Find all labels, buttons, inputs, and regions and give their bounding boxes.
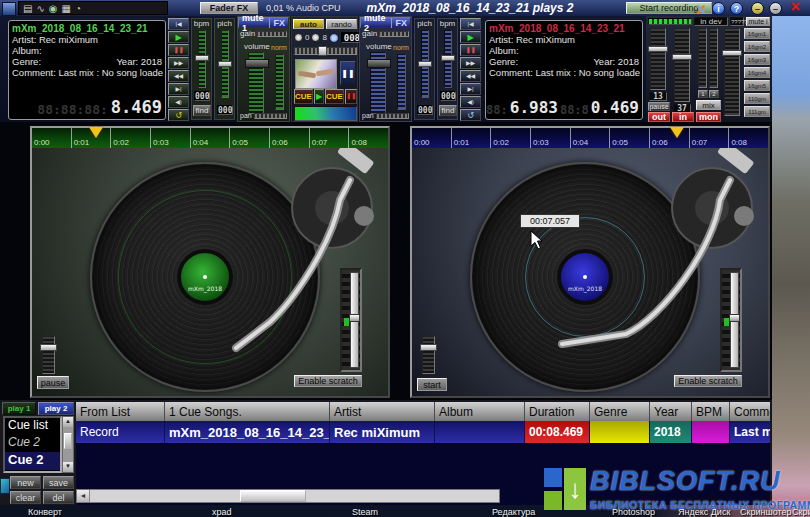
cue-list-item[interactable]: Cue list — [5, 418, 60, 435]
cue-left-button[interactable]: CUE — [294, 89, 313, 104]
play-button[interactable]: ▶ — [168, 31, 189, 43]
auto-fade-button[interactable]: auto — [293, 19, 324, 29]
start-stop-slider[interactable] — [42, 336, 55, 374]
pan-slider[interactable] — [254, 113, 287, 119]
new-cue-button[interactable]: new — [10, 476, 41, 489]
fast-forward-button[interactable]: ▶▶ — [168, 57, 189, 69]
master-in-button[interactable]: in — [672, 112, 694, 122]
keyboard-icon[interactable]: ▦ — [62, 3, 71, 14]
desktop-icon-label[interactable]: xpad — [212, 507, 232, 517]
delete-cue-button[interactable]: del — [43, 491, 74, 504]
gain-slider[interactable] — [257, 31, 287, 37]
monitor-button[interactable]: mon — [696, 112, 721, 122]
assign-button[interactable]: 16gm3 — [744, 54, 770, 65]
channel-1-select-button[interactable]: 1 — [698, 90, 708, 98]
save-cue-button[interactable]: save — [43, 476, 74, 489]
bpm-thumb[interactable] — [441, 55, 455, 61]
hscrollbar-thumb[interactable] — [240, 490, 306, 502]
column-header-comment[interactable]: Comment — [730, 402, 770, 421]
cue-list-item-selected[interactable]: Cue 2 — [5, 452, 60, 470]
cue-right-button[interactable]: CUE — [325, 89, 344, 104]
gain-slider[interactable] — [379, 31, 409, 37]
master-fader-a[interactable] — [650, 28, 666, 90]
assign-button[interactable]: 16gm1 — [744, 28, 770, 39]
radio-0[interactable] — [294, 33, 303, 42]
skip-start-button[interactable]: |◀ — [168, 18, 189, 30]
crossfader-thumb[interactable] — [318, 46, 327, 56]
scroll-down-icon[interactable]: ▼ — [63, 462, 73, 472]
deck-pitch-slider[interactable] — [340, 268, 362, 372]
master-fader-b-thumb[interactable] — [672, 54, 692, 60]
cue-play-button[interactable]: ▶ — [314, 89, 324, 104]
timeline-right[interactable]: 0:00 0:01 0:02 0:03 0:04 0:05 0:06 0:07 … — [412, 128, 768, 148]
start-stop-thumb[interactable] — [420, 344, 437, 351]
position-marker-icon[interactable] — [89, 127, 103, 145]
cue-listbox[interactable]: Cue list Cue 2 Cue 2 — [3, 416, 62, 473]
scrollbar-thumb[interactable] — [64, 433, 72, 449]
channel-2-select-button[interactable]: 2 — [709, 90, 719, 98]
column-header-bpm[interactable]: BPM — [692, 402, 730, 421]
cassette-icon[interactable]: ▤ — [23, 3, 32, 14]
scroll-left-icon[interactable]: ◄ — [77, 490, 90, 502]
tonearm[interactable] — [32, 148, 388, 396]
master-pause-button[interactable]: pause — [648, 102, 670, 111]
pause-button[interactable]: ❚❚ — [460, 44, 481, 56]
cue-list-scrollbar[interactable]: ▲ ▼ — [62, 416, 74, 473]
sub-fader-track[interactable] — [397, 54, 406, 110]
cue-list-item[interactable]: Cue 2 — [5, 435, 60, 452]
rewind-button[interactable]: ◀◀ — [168, 70, 189, 82]
tonearm[interactable] — [412, 148, 768, 396]
master-fader-b[interactable] — [674, 28, 690, 102]
clear-cue-button[interactable]: clear — [10, 491, 41, 504]
cd-icon[interactable]: ◉ — [49, 3, 58, 14]
master-out-button[interactable]: out — [648, 112, 670, 122]
master-fader-c1[interactable] — [698, 28, 707, 88]
minimize-button[interactable]: – — [751, 2, 764, 15]
enable-scratch-button[interactable]: Enable scratch — [674, 375, 742, 387]
skip-end-button[interactable]: ▶| — [168, 83, 189, 95]
enable-scratch-button[interactable]: Enable scratch — [294, 375, 362, 387]
scroll-up-icon[interactable]: ▲ — [63, 417, 73, 427]
position-marker-icon[interactable] — [670, 127, 684, 145]
assign-button[interactable]: 16gm2 — [744, 41, 770, 52]
master-fader-a-thumb[interactable] — [648, 46, 668, 52]
assign-button[interactable]: 111gm — [744, 106, 770, 117]
pause-deck-button[interactable]: pause — [37, 376, 69, 389]
sub-fader-track[interactable] — [275, 54, 284, 110]
master-fader-d[interactable] — [724, 28, 740, 116]
find-button[interactable]: find — [439, 105, 457, 116]
desktop-icon-label[interactable]: Steam — [352, 507, 378, 517]
rewind-button[interactable]: ◀◀ — [460, 70, 481, 82]
playlist-hscrollbar[interactable]: ◄ — [76, 489, 500, 503]
start-stop-thumb[interactable] — [40, 344, 57, 351]
pan-slider[interactable] — [376, 113, 409, 119]
pause-button[interactable]: ❚❚ — [168, 44, 189, 56]
drag-handle-icon[interactable] — [0, 478, 10, 494]
bpm-thumb[interactable] — [195, 55, 209, 61]
volume-fader-thumb[interactable] — [367, 59, 391, 68]
column-header-year[interactable]: Year — [650, 402, 692, 421]
column-header-songs[interactable]: 1 Cue Songs. — [165, 402, 330, 421]
mix-button[interactable]: mix — [696, 100, 721, 110]
skip-start-button[interactable]: |◀ — [460, 18, 481, 30]
turntable-right-surface[interactable]: mXm_2018 00:07.057 — [412, 148, 768, 396]
clock-icon[interactable]: ◔ — [75, 3, 81, 14]
master-fader-d-thumb[interactable] — [722, 50, 742, 56]
radio-8[interactable] — [311, 33, 320, 42]
desktop-icon-label[interactable]: Конверт — [28, 507, 62, 517]
monitor-button[interactable]: ◀) — [168, 96, 189, 108]
timeline-left[interactable]: 0:00 0:01 0:02 0:03 0:04 0:05 0:06 0:07 … — [32, 128, 388, 148]
close-button[interactable]: × — [788, 0, 803, 15]
fx-1-button[interactable]: FX — [269, 18, 288, 28]
master-fader-c2[interactable] — [709, 28, 718, 88]
assign-button[interactable]: 16gm4 — [744, 67, 770, 78]
assign-button[interactable]: 110gm — [744, 93, 770, 104]
column-header-duration[interactable]: Duration — [525, 402, 590, 421]
fast-forward-button[interactable]: ▶▶ — [460, 57, 481, 69]
assign-button[interactable]: 16gm5 — [744, 80, 770, 91]
column-header-artist[interactable]: Artist — [330, 402, 435, 421]
info-icon[interactable]: i — [712, 2, 725, 15]
pitch-thumb[interactable] — [418, 61, 432, 67]
help-icon[interactable]: ? — [730, 2, 743, 15]
loop-button[interactable]: ↺ — [460, 109, 481, 121]
